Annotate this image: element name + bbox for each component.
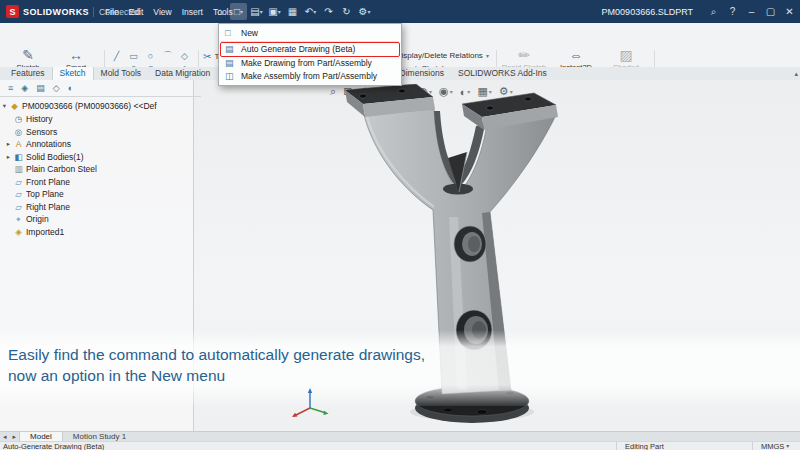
undo-icon: ↶ [305,6,313,17]
solid-bodies-folder-icon: ◧ [13,152,24,162]
relations-label: Display/Delete Relations [396,51,483,60]
rectangle-tool-icon[interactable]: ▭ [125,49,142,62]
title-bar: S SOLIDWORKS Connected File Edit View In… [0,0,800,23]
chevron-down-icon: ▾ [260,8,263,15]
tree-item-label: Top Plane [26,189,64,199]
tree-item-origin[interactable]: ⌖ Origin [0,213,206,226]
home-icon[interactable]: ⌂ [212,3,229,20]
quick-access-toolbar: ⌂ □▾ ▤▾ ▣▾ ▦ ↶▾ ↷ ↻ ⚙▾ [212,0,373,23]
units-label: MMGS [761,442,784,450]
rebuild-button[interactable]: ↻ [338,3,355,20]
expand-icon[interactable]: ▸ [4,140,13,148]
solidworks-window: S SOLIDWORKS Connected File Edit View In… [0,0,800,450]
units-selector[interactable]: MMGS ▾ [752,442,789,450]
tab-mold-tools[interactable]: Mold Tools [94,67,148,80]
sensors-icon: ◎ [13,127,24,137]
chevron-down-icon: ▾ [278,8,281,15]
menu-item-label: Make Assembly from Part/Assembly [241,71,377,81]
tree-item-label: Plain Carbon Steel [26,164,97,174]
tree-item-right-plane[interactable]: ▱ Right Plane [0,201,206,214]
redo-button[interactable]: ↷ [320,3,337,20]
tab-features[interactable]: Features [4,67,52,80]
save-button[interactable]: ▣▾ [266,3,283,20]
tree-item-history[interactable]: ◷ History [0,113,206,126]
menu-view[interactable]: View [148,7,176,17]
save-icon: ▣ [268,6,277,17]
tab-sketch[interactable]: Sketch [52,67,94,80]
tree-item-label: Front Plane [26,177,70,187]
help-icon[interactable]: ? [724,3,741,20]
part-icon: ◆ [9,101,20,111]
menu-item-make-assembly[interactable]: ◫ Make Assembly from Part/Assembly [219,70,401,84]
chevron-down-icon: ▾ [367,8,370,15]
tree-item-imported1[interactable]: ◈ Imported1 [0,226,206,239]
rapid-sketch-icon: ✏ [518,48,530,63]
tree-item-annotations[interactable]: ▸ A Annotations [0,138,197,151]
configuration-manager-tab-icon[interactable]: ▤ [36,83,45,93]
undo-button[interactable]: ↶▾ [302,3,319,20]
options-button[interactable]: ⚙▾ [356,3,373,20]
sketch-icon: ✎ [22,48,34,63]
tree-root-item[interactable]: ▾ ◆ PM00903666 (PM00903666) <<Def [0,100,193,113]
polygon-tool-icon[interactable]: ◇ [176,49,193,62]
assembly-icon: ◫ [225,71,234,81]
panel-tab-bar: ≡ ◈ ▤ ◇ ◐ [0,80,201,97]
search-icon[interactable]: ⌕ [705,3,722,20]
rebuild-icon: ↻ [342,6,350,17]
chevron-down-icon: ▾ [313,8,316,15]
drawing-icon: ▤ [225,44,234,54]
minimize-button[interactable]: – [743,3,760,20]
menu-item-label: Make Drawing from Part/Assembly [241,58,372,68]
logo-text: SOLIDWORKS [23,7,89,17]
tree-item-material[interactable]: ▥ Plain Carbon Steel [0,163,206,176]
menu-insert[interactable]: Insert [177,7,208,17]
document-title: PM00903666.SLDPRT [602,7,693,17]
tree-item-top-plane[interactable]: ▱ Top Plane [0,188,206,201]
circle-tool-icon[interactable]: ○ [142,49,159,62]
tree-item-sensors[interactable]: ◎ Sensors [0,126,206,139]
tab-data-migration[interactable]: Data Migration [148,67,217,80]
collapse-icon[interactable]: ▾ [0,102,9,110]
annotations-icon: A [13,139,24,149]
menu-item-auto-generate-drawing[interactable]: ▤ Auto Generate Drawing (Beta) [219,43,401,57]
tree-item-label: Right Plane [26,202,70,212]
plane-icon: ▱ [13,202,24,212]
maximize-button[interactable]: ▢ [762,3,779,20]
property-manager-tab-icon[interactable]: ◈ [21,83,28,93]
tab-solidworks-add-ins[interactable]: SOLIDWORKS Add-Ins [451,67,554,80]
status-bar: Auto-Generate Drawing (Beta) Editing Par… [0,441,800,450]
titlebar-right: PM00903666.SLDPRT ⌕ ? – ▢ ✕ [602,0,798,23]
arc-tool-icon[interactable]: ⌒ [159,49,176,62]
new-document-button[interactable]: □▾ [230,3,247,20]
menu-item-label: New [241,28,258,38]
collapse-ribbon-icon[interactable]: ▴ [794,67,798,80]
close-button[interactable]: ✕ [781,3,798,20]
tree-item-label: Annotations [26,139,71,149]
line-tool-icon[interactable]: ╱ [108,49,125,62]
tree-item-front-plane[interactable]: ▱ Front Plane [0,176,206,189]
menu-separator [221,41,399,42]
display-manager-tab-icon[interactable]: ◐ [68,83,73,93]
chevron-down-icon: ▾ [240,8,243,15]
feature-manager-tab-icon[interactable]: ≡ [8,83,13,93]
tree-item-solid-bodies[interactable]: ▸ ◧ Solid Bodies(1) [0,151,197,164]
menu-file[interactable]: File [100,7,124,17]
material-icon: ▥ [13,164,24,174]
menu-edit[interactable]: Edit [124,7,149,17]
open-button[interactable]: ▤▾ [248,3,265,20]
history-icon: ◷ [13,114,24,124]
print-button[interactable]: ▦ [284,3,301,20]
plane-icon: ▱ [13,189,24,199]
gear-icon: ⚙ [359,6,368,17]
trim-entities-icon: ✂ [203,51,211,62]
tree-root-label: PM00903666 (PM00903666) <<Def [22,101,157,111]
drawing-icon: ▤ [225,58,234,68]
expand-icon[interactable]: ▸ [4,153,13,161]
chevron-down-icon: ▾ [786,442,789,450]
menu-item-new[interactable]: □ New [219,26,401,40]
graphics-area[interactable]: ⌕ ⊡ ↶ ◧▾ ▣▾ ◍▾ ◉▾ ◐▾ ▦▾ ⚙▾ [0,80,800,431]
print-icon: ▦ [288,6,297,17]
menu-item-make-drawing[interactable]: ▤ Make Drawing from Part/Assembly [219,56,401,70]
dimxpert-manager-tab-icon[interactable]: ◇ [53,83,60,93]
open-icon: ▤ [250,6,259,17]
